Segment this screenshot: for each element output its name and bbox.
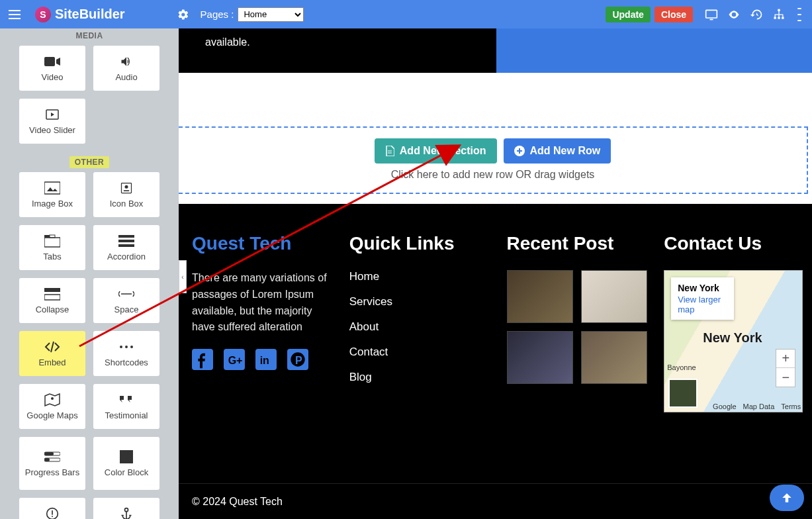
drop-zone-hint: Click here to add new row OR drag widget… — [179, 169, 807, 181]
recent-post-thumb[interactable] — [581, 270, 647, 323]
quick-link[interactable]: Contact — [349, 346, 491, 359]
svg-rect-10 — [797, 14, 801, 15]
editor-canvas[interactable]: available. ‹ Add New Section Add New Row… — [179, 28, 812, 519]
widget-audio[interactable]: Audio — [93, 46, 159, 91]
collapse-icon — [44, 287, 60, 301]
widget-alert[interactable]: Alert — [19, 498, 85, 519]
zoom-in-button[interactable]: + — [776, 350, 795, 368]
svg-rect-4 — [710, 19, 713, 20]
menu-toggle[interactable] — [0, 0, 28, 28]
icon-box-icon — [118, 181, 134, 195]
svg-rect-5 — [778, 9, 780, 11]
widgets-sidebar[interactable]: MEDIA Video Audio Video Slider OTHER Ima… — [0, 28, 179, 519]
widget-video-slider[interactable]: Video Slider — [19, 99, 85, 144]
pages-label: Pages : — [201, 9, 234, 20]
pages-select[interactable]: Home — [238, 7, 304, 22]
recent-post-thumb[interactable] — [507, 270, 573, 323]
video-icon — [44, 55, 60, 68]
preview-icon[interactable] — [727, 8, 741, 21]
close-button[interactable]: Close — [654, 7, 693, 23]
hero-black-box[interactable]: available. — [179, 28, 496, 73]
widget-testimonial[interactable]: Testimonial — [93, 384, 159, 429]
svg-text:G+: G+ — [228, 355, 243, 366]
widget-progress-bars[interactable]: Progress Bars — [19, 437, 85, 490]
widget-tabs[interactable]: Tabs — [19, 225, 85, 270]
recent-post-thumb[interactable] — [507, 331, 573, 384]
footer-description: There are many variations of passages of… — [192, 270, 334, 336]
history-icon[interactable] — [750, 8, 763, 21]
video-slider-icon — [44, 108, 60, 121]
footer-col-contact: Contact Us New York View larger map New … — [664, 233, 805, 477]
svg-rect-11 — [797, 20, 801, 21]
scroll-top-button[interactable] — [770, 485, 804, 511]
svg-rect-21 — [118, 235, 134, 238]
widget-anchor[interactable]: Anchor — [93, 498, 159, 519]
update-button[interactable]: Update — [606, 7, 650, 23]
drop-zone[interactable]: Add New Section Add New Row Click here t… — [179, 126, 808, 194]
testimonial-icon — [118, 393, 134, 406]
svg-rect-9 — [797, 8, 801, 9]
facebook-icon[interactable] — [192, 349, 213, 370]
add-section-button[interactable]: Add New Section — [375, 138, 497, 164]
svg-rect-3 — [706, 10, 717, 18]
hero-blue-band — [494, 28, 812, 73]
space-icon — [118, 287, 134, 301]
anchor-icon — [118, 507, 134, 520]
map-credits: Google Map Data Terms — [701, 402, 801, 410]
quick-links-title: Quick Links — [349, 233, 491, 254]
widget-color-block[interactable]: Color Block — [93, 437, 159, 490]
copyright-bar: © 2024 Quest Tech — [179, 483, 812, 519]
widget-icon-box[interactable]: Icon Box — [93, 172, 159, 217]
sitemap-icon[interactable] — [772, 8, 786, 21]
zoom-out-button[interactable]: − — [776, 368, 795, 387]
linkedin-icon[interactable]: in — [255, 349, 277, 370]
widget-image-box[interactable]: Image Box — [19, 172, 85, 217]
svg-rect-23 — [118, 244, 134, 247]
image-box-icon — [44, 181, 60, 195]
svg-rect-25 — [44, 295, 60, 300]
audio-icon — [118, 55, 134, 68]
svg-rect-0 — [9, 10, 21, 11]
widget-embed[interactable]: Embed — [19, 331, 85, 376]
googleplus-icon[interactable]: G+ — [224, 349, 245, 370]
svg-point-26 — [120, 346, 122, 348]
footer-section[interactable]: Quest Tech There are many variations of … — [179, 204, 812, 483]
add-row-button[interactable]: Add New Row — [504, 138, 611, 164]
map-embed[interactable]: New York View larger map New York Bayonn… — [664, 270, 803, 412]
settings-button[interactable] — [169, 0, 198, 28]
widget-space[interactable]: Space — [93, 278, 159, 323]
widget-shortcodes[interactable]: Shortcodes — [93, 331, 159, 376]
hamburger-icon — [9, 10, 21, 19]
widget-video[interactable]: Video — [19, 46, 85, 91]
recent-post-thumb[interactable] — [581, 331, 647, 384]
streetview-thumb[interactable] — [668, 379, 698, 408]
pinterest-icon[interactable]: P — [287, 349, 308, 370]
svg-point-27 — [125, 346, 128, 348]
brand-logo-icon: S — [35, 7, 51, 23]
plus-circle-icon — [514, 146, 525, 156]
svg-rect-24 — [44, 288, 60, 292]
svg-point-38 — [125, 508, 128, 511]
view-larger-map-link[interactable]: View larger map — [678, 295, 727, 314]
map-center-label: New York — [703, 330, 762, 346]
brand-name: SiteBuilder — [55, 7, 125, 22]
widget-google-maps[interactable]: Google Maps — [19, 384, 85, 429]
quick-link[interactable]: Blog — [349, 371, 491, 384]
topbar-icons — [697, 8, 812, 21]
quick-link[interactable]: Services — [349, 295, 491, 308]
desktop-preview-icon[interactable] — [705, 8, 718, 21]
footer-col-recent: Recent Post — [507, 233, 649, 477]
svg-text:in: in — [260, 355, 269, 366]
svg-rect-6 — [774, 17, 776, 19]
widget-collapse[interactable]: Collapse — [19, 278, 85, 323]
quick-link[interactable]: Home — [349, 270, 491, 283]
svg-rect-12 — [44, 57, 55, 66]
more-icon[interactable] — [795, 8, 804, 21]
quick-link[interactable]: About — [349, 320, 491, 334]
map-info-box: New York View larger map — [671, 277, 734, 320]
svg-rect-19 — [44, 235, 50, 238]
gear-icon — [177, 9, 189, 21]
widget-accordion[interactable]: Accordion — [93, 225, 159, 270]
sidebar-collapse-handle[interactable]: ‹ — [179, 260, 187, 293]
svg-rect-33 — [44, 458, 50, 461]
